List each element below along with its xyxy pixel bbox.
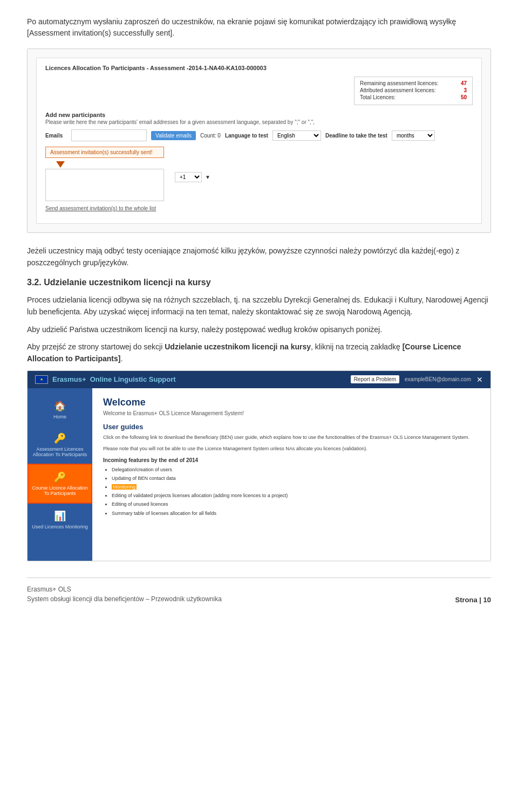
incoming-title: Incoming features by the end of 2014 [103, 457, 480, 463]
assessment-icon: 🔑 [30, 432, 90, 444]
feature-item-3: Monitoring [112, 483, 480, 491]
remaining-label: Remaining assessment licences: [360, 80, 439, 86]
sidebar-assessment-label: Assessment Licences Allocation To Partic… [33, 446, 87, 457]
para4-mid: , kliknij na trzecią zakładkę [311, 342, 403, 351]
feature-item-2: Updating of BEN contact data [112, 474, 480, 483]
months-select[interactable]: months [392, 130, 435, 141]
body-paragraph2: Proces udzielania licencji odbywa się na… [27, 294, 491, 318]
body-paragraph3: Aby udzielić Państwa uczestnikom licencj… [27, 324, 491, 335]
ols-brand: Erasmus+ Online Linguistic Support [52, 375, 176, 383]
deadline-label: Deadline to take the test [325, 133, 387, 139]
total-value: 50 [461, 94, 467, 100]
features-list: Delegation/creation of users Updating of… [103, 465, 480, 518]
add-desc: Please write here the new participants' … [45, 119, 473, 125]
screenshot1-container: Licences Allocation To Participants - As… [27, 49, 491, 233]
ols-header: ★ Erasmus+ Online Linguistic Support Rep… [28, 371, 490, 388]
remaining-stat: Remaining assessment licences: 47 [360, 80, 467, 86]
footer-page-number: Strona | 10 [455, 596, 492, 604]
welcome-title: Welcome [103, 397, 480, 408]
ols-header-left: ★ Erasmus+ Online Linguistic Support [35, 375, 176, 384]
sidebar-item-assessment[interactable]: 🔑 Assessment Licences Allocation To Part… [28, 426, 92, 464]
report-problem-button[interactable]: Report a Problem [351, 375, 399, 383]
total-stat: Total Licences: 50 [360, 94, 467, 100]
para4-end: . [120, 354, 122, 363]
success-message-text: Assessment invitation(s) successfully se… [50, 149, 153, 155]
guides-text: Click on the following link to download … [103, 434, 480, 442]
page-footer: Erasmus+ OLS System obsługi licencji dla… [27, 577, 491, 604]
emails-label: Emails [45, 133, 67, 139]
ols-main-content: Welcome Welcome to Erasmus+ OLS Licence … [92, 388, 490, 561]
feature-item-1: Delegation/creation of users [112, 465, 480, 474]
remaining-value: 47 [461, 80, 467, 86]
guides-note: Please note that you will not be able to… [103, 445, 480, 453]
footer-left: Erasmus+ OLS System obsługi licencji dla… [27, 584, 222, 604]
brand-erasmus: Erasmus+ [52, 375, 86, 383]
intro-paragraph: Po automatycznym wysłaniu zaproszeń do u… [27, 16, 491, 39]
user-guides-title: User guides [103, 423, 480, 431]
ols-header-right: Report a Problem exampleBEN@domain.com ✕ [351, 375, 483, 384]
footer-line2: System obsługi licencji dla beneficjentó… [27, 594, 222, 604]
sidebar-item-course[interactable]: 🔑 Course Licence Allocation To Participa… [28, 464, 92, 504]
stats-row: Remaining assessment licences: 47 Attrib… [45, 77, 473, 105]
dropdown-arrow: ▼ [205, 174, 210, 180]
sidebar-item-monitoring[interactable]: 📊 Used Licences Monitoring [28, 504, 92, 536]
para4-pre: Aby przejść ze strony startowej do sekcj… [27, 342, 165, 351]
body-paragraph1: Jeżeli uczestnicy mają odbyć testy oceni… [27, 245, 491, 269]
para4-bold: Udzielanie uczestnikom licencji na kursy [165, 342, 311, 351]
sidebar-monitoring-label: Used Licences Monitoring [32, 524, 88, 529]
close-button[interactable]: ✕ [476, 375, 483, 384]
attributed-value: 3 [464, 87, 467, 93]
body-paragraph4: Aby przejść ze strony startowej do sekcj… [27, 341, 491, 365]
monitoring-icon: 📊 [30, 510, 90, 522]
language-select[interactable]: English [272, 130, 321, 141]
feature-item-6: Summary table of licenses allocation for… [112, 509, 480, 518]
add-participants-section: Add new participants Please write here t… [45, 112, 473, 211]
monitoring-highlight: Monitoring [112, 484, 137, 490]
plus-select[interactable]: +1 [175, 172, 202, 182]
user-email: exampleBEN@domain.com [405, 376, 471, 382]
add-title: Add new participants [45, 112, 473, 118]
plus-row: +1 ▼ [175, 172, 210, 182]
screenshot1-inner: Licences Allocation To Participants - As… [36, 58, 482, 224]
success-arrow-down [56, 161, 65, 168]
total-label: Total Licences: [360, 94, 396, 100]
ols-body: 🏠 Home 🔑 Assessment Licences Allocation … [28, 388, 490, 561]
footer-line1: Erasmus+ OLS [27, 584, 222, 594]
eu-logo: ★ [35, 375, 48, 384]
send-whole-list-link[interactable]: Send assessment invitation(s) to the who… [45, 205, 473, 211]
email-input-area[interactable] [71, 129, 147, 141]
feature-item-5: Editing of unused licences [112, 500, 480, 508]
sidebar-home-label: Home [53, 414, 66, 419]
screenshot1-title: Licences Allocation To Participants - As… [45, 65, 473, 71]
brand-ols: Online Linguistic Support [90, 375, 176, 383]
language-label: Language to test [225, 133, 268, 139]
email-textarea[interactable] [45, 169, 164, 201]
course-icon: 🔑 [31, 471, 89, 483]
attributed-label: Attributed assessment licences: [360, 87, 436, 93]
section-heading: 3.2. Udzielanie uczestnikom licencji na … [27, 278, 491, 287]
section-title: Udzielanie uczestnikom licencji na kursy [44, 278, 210, 287]
sidebar-course-label: Course Licence Allocation To Participant… [32, 485, 88, 496]
welcome-subtitle: Welcome to Erasmus+ OLS Licence Manageme… [103, 410, 480, 416]
home-icon: 🏠 [30, 400, 90, 412]
sidebar-item-home[interactable]: 🏠 Home [28, 394, 92, 426]
screenshot2-container: ★ Erasmus+ Online Linguistic Support Rep… [27, 370, 491, 561]
deadline-label-right [175, 161, 210, 167]
validate-emails-button[interactable]: Validate emails [151, 131, 196, 140]
count-label: Count: 0 [200, 133, 221, 139]
ols-sidebar: 🏠 Home 🔑 Assessment Licences Allocation … [28, 388, 92, 561]
feature-item-4: Editing of validated projects licenses a… [112, 491, 480, 500]
success-message-box: Assessment invitation(s) successfully se… [45, 147, 164, 158]
form-row: Emails Validate emails Count: 0 Language… [45, 129, 473, 141]
attributed-stat: Attributed assessment licences: 3 [360, 87, 467, 93]
section-number: 3.2. [27, 278, 42, 287]
guides-text-content: Click on the following link to download … [103, 435, 469, 440]
licences-stats: Remaining assessment licences: 47 Attrib… [354, 77, 473, 105]
